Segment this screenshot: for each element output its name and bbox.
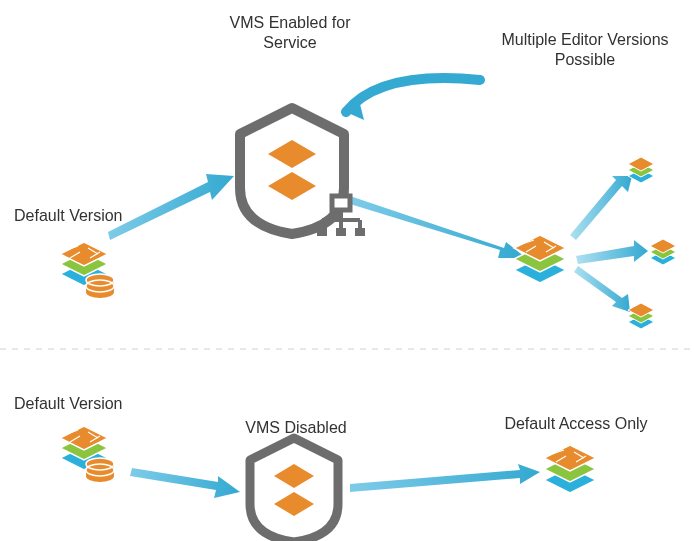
svg-rect-12 — [332, 196, 350, 210]
label-default-version-top: Default Version — [14, 206, 154, 226]
label-vms-disabled: VMS Disabled — [226, 418, 366, 438]
vms-enabled-icon — [240, 108, 365, 236]
layers-small-1-icon — [628, 157, 654, 183]
layers-small-2-icon — [650, 239, 676, 265]
arrow-vms-to-branch — [350, 196, 526, 258]
layers-access-icon — [544, 445, 596, 493]
arrow-branch-2 — [576, 240, 648, 264]
svg-rect-18 — [317, 228, 327, 236]
layers-db-icon-2 — [60, 426, 114, 482]
label-default-access: Default Access Only — [486, 414, 666, 434]
layers-small-3-icon — [628, 303, 654, 329]
vms-disabled-icon — [250, 438, 338, 541]
arrow-default-to-disabled — [130, 468, 240, 498]
arrow-disabled-to-access — [350, 464, 540, 492]
label-multiple-editor: Multiple Editor Versions Possible — [480, 30, 690, 70]
label-vms-enabled: VMS Enabled for Service — [200, 13, 380, 53]
label-default-version-bottom: Default Version — [14, 394, 154, 414]
svg-rect-19 — [336, 228, 346, 236]
layers-branch-icon — [514, 235, 566, 283]
arrow-branch-1 — [570, 176, 632, 240]
svg-rect-20 — [355, 228, 365, 236]
layers-db-icon — [60, 242, 114, 298]
arrow-annotation — [346, 78, 480, 112]
arrow-branch-3 — [574, 266, 630, 312]
